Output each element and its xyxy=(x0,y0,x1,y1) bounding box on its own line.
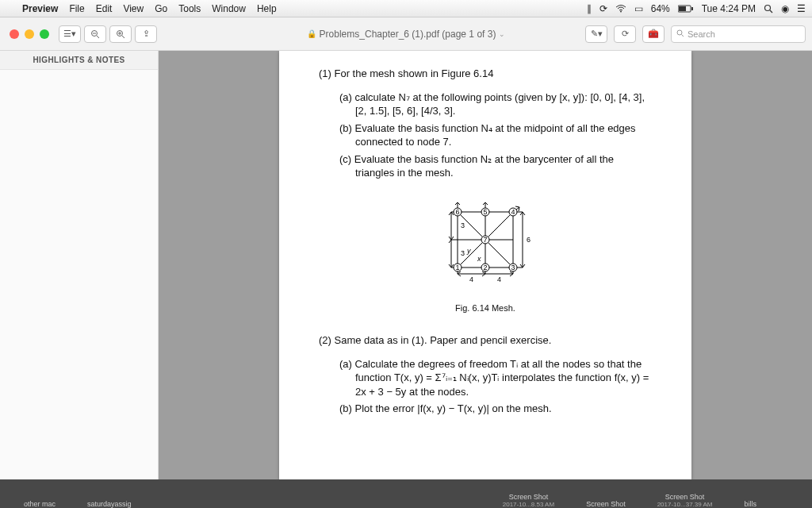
sync-icon[interactable]: ⟳ xyxy=(599,3,607,14)
rotate-button[interactable]: ⟳ xyxy=(614,25,636,43)
svg-text:4: 4 xyxy=(469,275,473,283)
sidebar-tab-highlights[interactable]: HIGHLIGHTS & NOTES xyxy=(0,51,158,70)
svg-text:3: 3 xyxy=(461,249,465,257)
battery-icon[interactable] xyxy=(678,5,694,13)
svg-line-14 xyxy=(682,34,684,37)
zoom-button[interactable] xyxy=(40,29,49,39)
minimize-button[interactable] xyxy=(25,29,34,39)
menubar-right: ∥ ⟳ ▭ 64% Tue 4:24 PM ◉ ☰ xyxy=(587,3,806,14)
svg-text:7: 7 xyxy=(483,236,487,244)
menu-edit[interactable]: Edit xyxy=(96,3,113,14)
svg-line-10 xyxy=(122,36,124,38)
menu-tools[interactable]: Tools xyxy=(178,3,201,14)
lock-icon: 🔒 xyxy=(307,29,316,38)
toolbar-right: ✎▾ ⟳ 🧰 Search xyxy=(585,25,812,43)
zoom-in-button[interactable] xyxy=(109,25,132,43)
svg-text:y: y xyxy=(466,247,471,255)
spotlight-icon[interactable] xyxy=(764,4,773,13)
menu-window[interactable]: Window xyxy=(212,3,246,14)
pause-icon[interactable]: ∥ xyxy=(587,3,592,14)
svg-rect-2 xyxy=(679,6,686,11)
q1: (1) For the mesh shown in Figure 6.14 xyxy=(319,67,652,81)
markup-button[interactable]: 🧰 xyxy=(642,25,665,43)
svg-text:3: 3 xyxy=(461,221,465,229)
svg-text:4: 4 xyxy=(511,208,515,216)
search-icon xyxy=(676,29,684,39)
svg-text:3: 3 xyxy=(511,264,515,271)
svg-text:6: 6 xyxy=(455,208,459,216)
menu-file[interactable]: File xyxy=(69,3,84,14)
svg-text:1: 1 xyxy=(455,264,459,271)
q2a: (a) Calculate the degrees of freedom Tᵢ … xyxy=(339,357,652,399)
svg-text:2: 2 xyxy=(483,264,487,271)
battery-percent: 64% xyxy=(651,3,670,14)
svg-rect-3 xyxy=(691,7,693,10)
dock-item-screenshot-3[interactable]: Screen Shot2017-10...37.39 AM xyxy=(657,493,713,508)
menu-help[interactable]: Help xyxy=(257,3,277,14)
menubar-left: Preview File Edit View Go Tools Window H… xyxy=(6,3,277,14)
svg-text:x: x xyxy=(477,255,481,263)
siri-icon[interactable]: ◉ xyxy=(781,3,789,14)
q1a: (a) calculate N₇ at the following points… xyxy=(339,90,652,118)
svg-line-5 xyxy=(770,10,772,13)
search-field[interactable]: Search xyxy=(671,25,806,43)
wifi-icon[interactable] xyxy=(615,5,626,13)
menu-go[interactable]: Go xyxy=(155,3,167,14)
svg-text:5: 5 xyxy=(483,208,487,216)
svg-text:6: 6 xyxy=(527,236,530,244)
dock[interactable]: other mac saturdayassig Screen Shot2017-… xyxy=(0,479,812,508)
svg-text:4: 4 xyxy=(497,275,501,283)
q2: (2) Same data as in (1). Paper and penci… xyxy=(319,333,652,348)
q1b: (b) Evaluate the basis function N₄ at th… xyxy=(339,121,652,149)
app-name[interactable]: Preview xyxy=(22,3,58,14)
traffic-lights xyxy=(0,29,59,39)
sidebar-view-button[interactable]: ☰▾ xyxy=(59,25,81,43)
window-toolbar: ☰▾ ⇪ 🔒 Problems_Chapter_6 (1).pdf (page … xyxy=(0,17,812,51)
close-button[interactable] xyxy=(10,29,19,39)
svg-point-13 xyxy=(677,30,682,35)
dock-item-screenshot-1[interactable]: Screen Shot2017-10...8.53 AM xyxy=(503,493,554,508)
sidebar: HIGHLIGHTS & NOTES xyxy=(0,51,159,479)
svg-point-0 xyxy=(620,10,622,12)
svg-line-27 xyxy=(515,206,519,207)
svg-line-7 xyxy=(97,36,99,38)
search-placeholder: Search xyxy=(688,29,715,39)
pdf-page: (1) For the mesh shown in Figure 6.14 (a… xyxy=(279,51,691,479)
q2b: (b) Plot the error |f(x, y) − T(x, y)| o… xyxy=(339,402,652,416)
highlight-button[interactable]: ✎▾ xyxy=(585,25,607,43)
title-text: Problems_Chapter_6 (1).pdf (page 1 of 3) xyxy=(320,29,496,40)
clock[interactable]: Tue 4:24 PM xyxy=(702,3,756,14)
document-area[interactable]: (1) For the mesh shown in Figure 6.14 (a… xyxy=(159,51,812,479)
display-icon[interactable]: ▭ xyxy=(634,3,643,14)
figure-caption: Fig. 6.14 Mesh. xyxy=(319,302,652,314)
svg-point-4 xyxy=(765,5,771,10)
figure-6-14: 1 2 3 4 5 6 7 3 3 6 4 4 y xyxy=(319,196,652,295)
menu-view[interactable]: View xyxy=(123,3,144,14)
main: HIGHLIGHTS & NOTES (1) For the mesh show… xyxy=(0,51,812,479)
dock-item-other-mac[interactable]: other mac xyxy=(24,500,56,508)
notification-icon[interactable]: ☰ xyxy=(797,3,806,14)
q1c: (c) Evaluate the basis function N₂ at th… xyxy=(339,152,652,180)
dock-item-saturdayassig[interactable]: saturdayassig xyxy=(87,500,132,508)
menubar: Preview File Edit View Go Tools Window H… xyxy=(0,0,812,17)
dock-item-bills[interactable]: bills xyxy=(744,500,756,508)
share-button[interactable]: ⇪ xyxy=(135,25,157,43)
zoom-out-button[interactable] xyxy=(84,25,106,43)
dock-item-screenshot-2[interactable]: Screen Shot xyxy=(586,500,626,508)
chevron-down-icon[interactable]: ⌄ xyxy=(499,30,505,38)
window-title: 🔒 Problems_Chapter_6 (1).pdf (page 1 of … xyxy=(307,29,506,40)
